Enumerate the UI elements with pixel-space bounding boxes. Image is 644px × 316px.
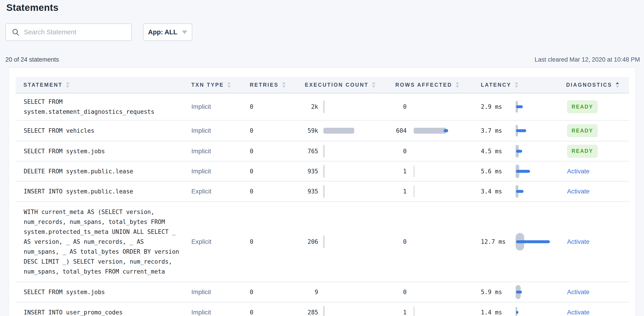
column-label: STATEMENT bbox=[24, 82, 62, 88]
sort-icon bbox=[228, 82, 230, 88]
latency-cell: 3.4 ms bbox=[481, 185, 566, 198]
column-label: TXN TYPE bbox=[191, 82, 224, 88]
sort-icon-active-asc bbox=[616, 82, 619, 88]
latency-value: 12.7 ms bbox=[481, 238, 516, 245]
execution-count-value: 285 bbox=[305, 309, 318, 316]
activate-diagnostics-link[interactable]: Activate bbox=[567, 188, 590, 195]
diagnostics-ready-badge[interactable]: READY bbox=[567, 100, 598, 113]
table-row: SELECT FROM system.statement_diagnostics… bbox=[16, 94, 629, 120]
latency-cell: 1.4 ms bbox=[481, 307, 566, 316]
execution-count-bar bbox=[323, 165, 324, 178]
rows-affected-cell: 0 bbox=[395, 289, 481, 296]
latency-value: 1.4 ms bbox=[481, 309, 516, 316]
rows-affected-value: 604 bbox=[395, 127, 406, 134]
latency-bar-chart bbox=[516, 145, 519, 158]
retries-cell: 0 bbox=[250, 309, 305, 316]
column-header-rows-affected[interactable]: ROWS AFFECTED bbox=[395, 82, 481, 88]
statement-link[interactable]: SELECT FROM system.jobs bbox=[24, 148, 105, 154]
column-label: EXECUTION COUNT bbox=[305, 82, 368, 88]
app-filter-dropdown[interactable]: App: ALL bbox=[143, 24, 192, 41]
execution-count-bar bbox=[323, 236, 324, 248]
latency-value: 3.7 ms bbox=[481, 127, 516, 134]
execution-count-value: 935 bbox=[305, 188, 318, 195]
execution-count-value: 9 bbox=[305, 289, 318, 296]
rows-affected-value: 0 bbox=[395, 104, 406, 110]
latency-cell: 4.5 ms bbox=[481, 145, 566, 158]
latency-value: 3.4 ms bbox=[481, 188, 516, 195]
activate-diagnostics-link[interactable]: Activate bbox=[567, 168, 590, 175]
sort-icon bbox=[515, 82, 518, 88]
rows-affected-value: 1 bbox=[395, 168, 406, 175]
statement-link[interactable]: SELECT FROM system.statement_diagnostics… bbox=[24, 98, 154, 115]
retries-cell: 0 bbox=[250, 289, 305, 296]
rows-affected-cell: 0 bbox=[395, 238, 481, 245]
rows-affected-bar bbox=[414, 306, 414, 316]
execution-count-value: 935 bbox=[305, 168, 318, 175]
latency-cell: 5.9 ms bbox=[481, 285, 566, 299]
column-header-latency[interactable]: LATENCY bbox=[481, 82, 566, 88]
txn-type-cell: Implicit bbox=[191, 168, 250, 175]
latency-value: 4.5 ms bbox=[481, 148, 516, 154]
retries-cell: 0 bbox=[250, 188, 305, 195]
statement-link[interactable]: SELECT FROM vehicles bbox=[24, 127, 94, 134]
search-input[interactable] bbox=[24, 24, 131, 40]
latency-cell: 5.6 ms bbox=[481, 164, 566, 178]
execution-count-cell: 206 bbox=[305, 236, 395, 248]
sort-icon bbox=[456, 82, 459, 88]
table-row: SELECT FROM system.jobs Implicit 0 9 0 5… bbox=[16, 282, 629, 302]
latency-cell: 3.7 ms bbox=[481, 125, 566, 136]
statement-link[interactable]: INSERT INTO system.public.lease bbox=[24, 188, 133, 195]
rows-affected-cell: 0 bbox=[395, 148, 481, 154]
execution-count-cell: 935 bbox=[305, 185, 395, 198]
execution-count-cell: 285 bbox=[305, 306, 395, 316]
column-label: DIAGNOSTICS bbox=[566, 82, 612, 88]
latency-value: 5.6 ms bbox=[481, 168, 516, 175]
execution-count-cell: 2k bbox=[305, 100, 395, 113]
execution-count-bar bbox=[323, 306, 324, 316]
statement-link[interactable]: DELETE FROM system.public.lease bbox=[24, 168, 133, 175]
retries-cell: 0 bbox=[250, 148, 305, 154]
rows-affected-value: 1 bbox=[395, 309, 406, 316]
column-header-diagnostics[interactable]: DIAGNOSTICS bbox=[566, 82, 629, 88]
rows-affected-cell: 1 bbox=[395, 306, 481, 316]
rows-affected-cell: 604 bbox=[395, 127, 481, 134]
table-row: WITH current_meta AS (SELECT version, nu… bbox=[16, 202, 629, 282]
statement-link[interactable]: INSERT INTO user_promo_codes bbox=[24, 309, 122, 316]
execution-count-value: 59k bbox=[305, 127, 318, 134]
execution-count-bar bbox=[323, 185, 324, 198]
latency-bar-chart bbox=[516, 101, 518, 113]
activate-diagnostics-link[interactable]: Activate bbox=[567, 309, 590, 316]
txn-type-cell: Implicit bbox=[191, 288, 250, 296]
sort-icon bbox=[372, 82, 375, 88]
table-body: SELECT FROM system.statement_diagnostics… bbox=[16, 94, 629, 316]
column-header-txn-type[interactable]: TXN TYPE bbox=[191, 82, 250, 88]
table-row: SELECT FROM vehicles Implicit 0 59k 604 … bbox=[16, 120, 629, 141]
latency-bar-chart bbox=[516, 285, 520, 299]
statement-link[interactable]: WITH current_meta AS (SELECT version, nu… bbox=[24, 208, 179, 275]
latency-value: 5.9 ms bbox=[481, 289, 516, 296]
retries-cell: 0 bbox=[250, 238, 305, 245]
retries-cell: 0 bbox=[250, 104, 305, 110]
txn-type-cell: Explicit bbox=[191, 238, 250, 245]
app-filter-label: App: ALL bbox=[148, 28, 177, 36]
rows-affected-value: 0 bbox=[395, 238, 406, 245]
column-header-statement[interactable]: STATEMENT bbox=[16, 82, 191, 88]
diagnostics-ready-badge[interactable]: READY bbox=[567, 145, 598, 158]
column-header-execution-count[interactable]: EXECUTION COUNT bbox=[305, 82, 395, 88]
activate-diagnostics-link[interactable]: Activate bbox=[567, 288, 590, 296]
execution-count-cell: 9 bbox=[305, 289, 395, 296]
execution-count-cell: 59k bbox=[305, 127, 395, 134]
column-label: LATENCY bbox=[481, 82, 511, 88]
execution-count-bar bbox=[323, 145, 324, 158]
execution-count-value: 2k bbox=[305, 104, 318, 110]
activate-diagnostics-link[interactable]: Activate bbox=[567, 238, 590, 245]
execution-count-cell: 935 bbox=[305, 165, 395, 178]
execution-count-bar bbox=[323, 100, 324, 113]
search-icon bbox=[12, 28, 20, 36]
rows-affected-value: 1 bbox=[395, 188, 406, 195]
txn-type-cell: Explicit bbox=[191, 188, 250, 195]
column-header-retries[interactable]: RETRIES bbox=[250, 82, 305, 88]
sort-icon bbox=[282, 82, 286, 88]
statement-link[interactable]: SELECT FROM system.jobs bbox=[24, 289, 105, 296]
diagnostics-ready-badge[interactable]: READY bbox=[567, 124, 598, 137]
